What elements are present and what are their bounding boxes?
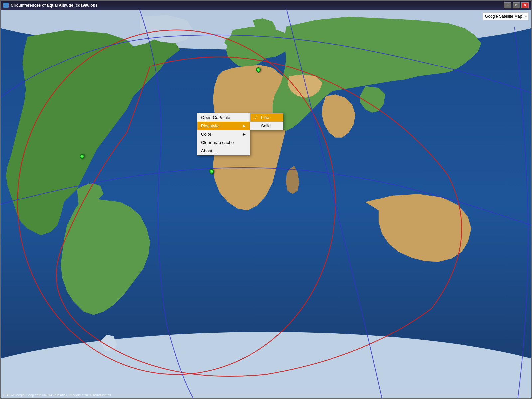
app-icon	[3, 3, 9, 8]
minimize-button[interactable]: ─	[504, 2, 511, 8]
plot-style-arrow: ▶	[243, 124, 246, 128]
menu-open-cops-label: Open CoPs file	[201, 115, 230, 120]
marker-3	[209, 168, 215, 176]
app-window: Circumferences of Equal Altitude: cd1996…	[0, 0, 532, 399]
menu-clear-cache[interactable]: Clear map cache	[197, 138, 250, 147]
context-menu: Open CoPs file Plot style ▶ Color ▶ Clea…	[197, 113, 250, 155]
submenu-solid-label: Solid	[261, 123, 271, 128]
attribution-text: © 2014 Google - Map data ©2014 Tele Atla…	[2, 393, 111, 397]
menu-about[interactable]: About ...	[197, 147, 250, 155]
marker-pin-3	[208, 168, 215, 175]
title-bar: Circumferences of Equal Altitude: cd1996…	[1, 1, 531, 10]
submenu-line[interactable]: ✓ Line	[250, 113, 283, 122]
color-arrow: ▶	[243, 132, 246, 136]
marker-pin-2	[79, 153, 85, 160]
map-type-dropdown-wrapper[interactable]: Google Satellite Map Google Map Google T…	[483, 13, 529, 20]
marker-2	[79, 153, 85, 161]
marker-1	[255, 67, 261, 75]
menu-open-cops[interactable]: Open CoPs file	[197, 113, 250, 122]
close-button[interactable]: ✕	[521, 2, 529, 8]
menu-plot-style[interactable]: Plot style ▶	[197, 122, 250, 130]
world-map	[1, 10, 531, 398]
maximize-button[interactable]: □	[513, 2, 520, 8]
menu-color[interactable]: Color ▶	[197, 130, 250, 138]
menu-about-label: About ...	[201, 148, 217, 153]
line-checkmark: ✓	[254, 115, 259, 120]
window-title: Circumferences of Equal Altitude: cd1996…	[11, 3, 98, 8]
submenu-solid[interactable]: Solid	[250, 122, 283, 130]
submenu-line-label: Line	[261, 115, 269, 120]
menu-color-label: Color	[201, 132, 211, 137]
menu-plot-style-label: Plot style	[201, 123, 219, 128]
marker-pin-1	[255, 66, 262, 73]
map-container[interactable]: Google Satellite Map Google Map Google T…	[1, 10, 531, 398]
plot-style-submenu: ✓ Line Solid	[250, 113, 283, 130]
title-text: Circumferences of Equal Altitude: cd1996…	[3, 3, 98, 8]
map-type-dropdown[interactable]: Google Satellite Map Google Map Google T…	[483, 13, 529, 20]
menu-clear-cache-label: Clear map cache	[201, 140, 234, 145]
map-attribution: © 2014 Google - Map data ©2014 Tele Atla…	[2, 393, 111, 397]
window-controls: ─ □ ✕	[504, 2, 529, 8]
map-type-selector[interactable]: Google Satellite Map Google Map Google T…	[483, 13, 529, 20]
